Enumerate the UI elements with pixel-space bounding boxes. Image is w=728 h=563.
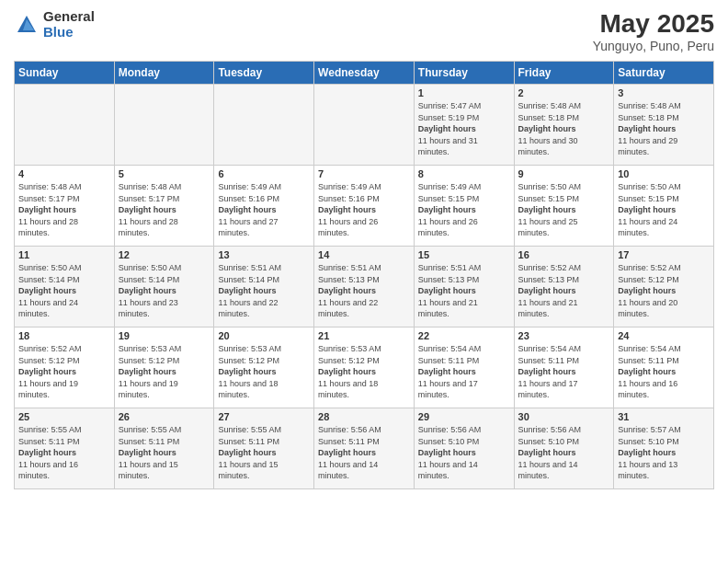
calendar-table: Sunday Monday Tuesday Wednesday Thursday… [14,61,714,489]
day-detail: Sunrise: 5:51 AMSunset: 5:13 PMDaylight … [418,262,510,320]
daylight-label: Daylight hours [318,448,376,457]
daylight-label: Daylight hours [418,205,476,214]
day-number: 6 [218,168,310,179]
day-number: 4 [18,168,110,179]
daylight-label: Daylight hours [418,124,476,133]
header-wednesday: Wednesday [314,62,415,85]
day-number: 17 [618,249,710,260]
day-number: 5 [119,168,210,179]
logo-blue-text: Blue [43,25,95,40]
daylight-label: Daylight hours [618,124,676,133]
calendar-cell: 8Sunrise: 5:49 AMSunset: 5:15 PMDaylight… [414,166,514,247]
day-number: 7 [318,168,410,179]
day-number: 24 [618,330,710,341]
day-number: 1 [418,87,510,98]
day-detail: Sunrise: 5:53 AMSunset: 5:12 PMDaylight … [218,343,310,401]
daylight-label: Daylight hours [518,205,576,214]
calendar-cell: 24Sunrise: 5:54 AMSunset: 5:11 PMDayligh… [614,327,714,408]
day-number: 10 [618,168,710,179]
day-detail: Sunrise: 5:53 AMSunset: 5:12 PMDaylight … [318,343,410,401]
calendar-cell: 28Sunrise: 5:56 AMSunset: 5:11 PMDayligh… [314,408,415,489]
daylight-label: Daylight hours [218,448,276,457]
calendar-cell: 3Sunrise: 5:48 AMSunset: 5:18 PMDaylight… [614,85,714,166]
calendar-cell: 21Sunrise: 5:53 AMSunset: 5:12 PMDayligh… [314,327,415,408]
day-number: 11 [18,249,110,260]
day-detail: Sunrise: 5:50 AMSunset: 5:14 PMDaylight … [18,262,110,320]
day-detail: Sunrise: 5:54 AMSunset: 5:11 PMDaylight … [618,343,710,401]
calendar-cell: 16Sunrise: 5:52 AMSunset: 5:13 PMDayligh… [514,247,614,327]
calendar-cell: 15Sunrise: 5:51 AMSunset: 5:13 PMDayligh… [414,247,514,327]
calendar-cell: 10Sunrise: 5:50 AMSunset: 5:15 PMDayligh… [614,166,714,247]
calendar-body: 1Sunrise: 5:47 AMSunset: 5:19 PMDaylight… [15,85,714,489]
day-detail: Sunrise: 5:55 AMSunset: 5:11 PMDaylight … [218,424,310,482]
calendar-cell: 4Sunrise: 5:48 AMSunset: 5:17 PMDaylight… [15,166,115,247]
day-number: 29 [418,411,510,422]
day-detail: Sunrise: 5:54 AMSunset: 5:11 PMDaylight … [418,343,510,401]
day-detail: Sunrise: 5:49 AMSunset: 5:15 PMDaylight … [418,181,510,239]
calendar-week-row: 1Sunrise: 5:47 AMSunset: 5:19 PMDaylight… [15,85,714,166]
calendar-week-row: 25Sunrise: 5:55 AMSunset: 5:11 PMDayligh… [15,408,714,489]
day-detail: Sunrise: 5:53 AMSunset: 5:12 PMDaylight … [119,343,210,401]
day-detail: Sunrise: 5:54 AMSunset: 5:11 PMDaylight … [518,343,610,401]
calendar-cell: 18Sunrise: 5:52 AMSunset: 5:12 PMDayligh… [15,327,115,408]
logo-general-text: General [43,9,95,25]
day-number: 2 [518,87,610,98]
day-detail: Sunrise: 5:51 AMSunset: 5:14 PMDaylight … [218,262,310,320]
daylight-label: Daylight hours [119,448,176,457]
day-detail: Sunrise: 5:49 AMSunset: 5:16 PMDaylight … [218,181,310,239]
daylight-label: Daylight hours [318,205,376,214]
day-detail: Sunrise: 5:48 AMSunset: 5:17 PMDaylight … [119,181,210,239]
day-number: 21 [318,330,410,341]
day-detail: Sunrise: 5:49 AMSunset: 5:16 PMDaylight … [318,181,410,239]
day-number: 23 [518,330,610,341]
day-detail: Sunrise: 5:52 AMSunset: 5:12 PMDaylight … [18,343,110,401]
header: General Blue May 2025 Yunguyo, Puno, Per… [14,9,714,53]
daylight-label: Daylight hours [119,205,176,214]
daylight-label: Daylight hours [218,205,276,214]
day-number: 28 [318,411,410,422]
calendar-cell: 31Sunrise: 5:57 AMSunset: 5:10 PMDayligh… [614,408,714,489]
logo: General Blue [14,9,95,40]
day-detail: Sunrise: 5:50 AMSunset: 5:15 PMDaylight … [518,181,610,239]
day-number: 25 [18,411,110,422]
calendar-cell: 25Sunrise: 5:55 AMSunset: 5:11 PMDayligh… [15,408,115,489]
day-number: 18 [18,330,110,341]
day-number: 16 [518,249,610,260]
day-detail: Sunrise: 5:55 AMSunset: 5:11 PMDaylight … [18,424,110,482]
day-number: 3 [618,87,710,98]
daylight-label: Daylight hours [418,367,476,376]
title-block: May 2025 Yunguyo, Puno, Peru [593,9,714,53]
calendar-cell: 7Sunrise: 5:49 AMSunset: 5:16 PMDaylight… [314,166,415,247]
calendar-week-row: 18Sunrise: 5:52 AMSunset: 5:12 PMDayligh… [15,327,714,408]
calendar-week-row: 11Sunrise: 5:50 AMSunset: 5:14 PMDayligh… [15,247,714,327]
daylight-label: Daylight hours [218,286,276,295]
day-detail: Sunrise: 5:56 AMSunset: 5:10 PMDaylight … [518,424,610,482]
calendar-cell: 23Sunrise: 5:54 AMSunset: 5:11 PMDayligh… [514,327,614,408]
calendar-page: General Blue May 2025 Yunguyo, Puno, Per… [0,0,728,563]
day-number: 14 [318,249,410,260]
daylight-label: Daylight hours [18,205,76,214]
header-sunday: Sunday [15,62,115,85]
daylight-label: Daylight hours [518,448,576,457]
calendar-cell: 22Sunrise: 5:54 AMSunset: 5:11 PMDayligh… [414,327,514,408]
day-number: 19 [119,330,210,341]
weekday-header-row: Sunday Monday Tuesday Wednesday Thursday… [15,62,714,85]
calendar-cell: 27Sunrise: 5:55 AMSunset: 5:11 PMDayligh… [214,408,314,489]
calendar-week-row: 4Sunrise: 5:48 AMSunset: 5:17 PMDaylight… [15,166,714,247]
calendar-cell: 19Sunrise: 5:53 AMSunset: 5:12 PMDayligh… [114,327,214,408]
day-number: 12 [119,249,210,260]
day-detail: Sunrise: 5:55 AMSunset: 5:11 PMDaylight … [119,424,210,482]
header-friday: Friday [514,62,614,85]
daylight-label: Daylight hours [18,286,76,295]
day-detail: Sunrise: 5:56 AMSunset: 5:11 PMDaylight … [318,424,410,482]
header-thursday: Thursday [414,62,514,85]
calendar-cell [214,85,314,166]
daylight-label: Daylight hours [119,286,176,295]
logo-text: General Blue [43,9,95,40]
svg-rect-2 [14,12,25,23]
day-detail: Sunrise: 5:51 AMSunset: 5:13 PMDaylight … [318,262,410,320]
daylight-label: Daylight hours [618,367,676,376]
daylight-label: Daylight hours [418,448,476,457]
calendar-header: Sunday Monday Tuesday Wednesday Thursday… [15,62,714,85]
header-saturday: Saturday [614,62,714,85]
